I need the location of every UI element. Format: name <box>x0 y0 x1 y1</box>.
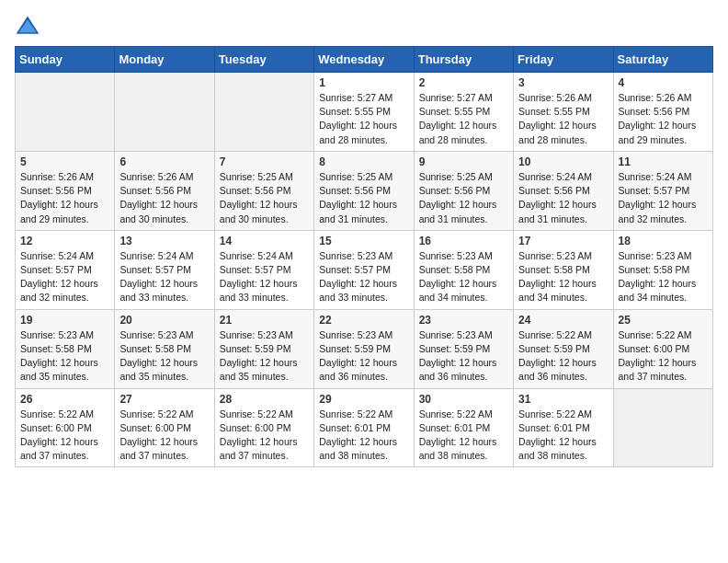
calendar-cell: 2Sunrise: 5:27 AM Sunset: 5:55 PM Daylig… <box>414 73 513 152</box>
weekday-header: Thursday <box>414 47 513 73</box>
day-number: 6 <box>119 155 209 168</box>
day-number: 2 <box>419 76 508 89</box>
calendar-cell: 29Sunrise: 5:22 AM Sunset: 6:01 PM Dayli… <box>314 388 414 467</box>
calendar-cell: 24Sunrise: 5:22 AM Sunset: 5:59 PM Dayli… <box>514 309 613 388</box>
weekday-header: Tuesday <box>214 47 313 73</box>
calendar-cell: 21Sunrise: 5:23 AM Sunset: 5:59 PM Dayli… <box>214 309 313 388</box>
day-info: Sunrise: 5:23 AM Sunset: 5:58 PM Dayligh… <box>518 249 608 305</box>
logo <box>15 15 44 35</box>
day-info: Sunrise: 5:23 AM Sunset: 5:58 PM Dayligh… <box>20 328 109 385</box>
day-number: 21 <box>220 314 309 327</box>
day-info: Sunrise: 5:26 AM Sunset: 5:55 PM Dayligh… <box>518 91 608 147</box>
calendar-cell: 16Sunrise: 5:23 AM Sunset: 5:58 PM Dayli… <box>414 230 513 309</box>
day-number: 24 <box>518 314 608 327</box>
calendar-cell: 25Sunrise: 5:22 AM Sunset: 6:00 PM Dayli… <box>613 309 712 388</box>
day-number: 9 <box>419 155 508 168</box>
day-number: 15 <box>319 235 408 247</box>
day-number: 16 <box>419 235 508 247</box>
day-info: Sunrise: 5:25 AM Sunset: 5:56 PM Dayligh… <box>319 170 408 226</box>
day-number: 14 <box>220 235 309 247</box>
day-info: Sunrise: 5:22 AM Sunset: 6:01 PM Dayligh… <box>319 408 408 464</box>
day-number: 12 <box>20 235 109 247</box>
calendar-cell: 10Sunrise: 5:24 AM Sunset: 5:56 PM Dayli… <box>514 151 613 230</box>
page-header <box>15 15 713 35</box>
day-info: Sunrise: 5:22 AM Sunset: 6:00 PM Dayligh… <box>619 328 708 385</box>
day-number: 10 <box>518 155 608 168</box>
day-info: Sunrise: 5:22 AM Sunset: 6:00 PM Dayligh… <box>119 408 209 464</box>
day-info: Sunrise: 5:27 AM Sunset: 5:55 PM Dayligh… <box>319 91 408 147</box>
day-number: 1 <box>319 76 408 89</box>
day-number: 11 <box>619 155 708 168</box>
calendar-cell: 20Sunrise: 5:23 AM Sunset: 5:58 PM Dayli… <box>115 309 214 388</box>
calendar-cell: 30Sunrise: 5:22 AM Sunset: 6:01 PM Dayli… <box>414 388 513 467</box>
day-info: Sunrise: 5:24 AM Sunset: 5:56 PM Dayligh… <box>518 170 608 226</box>
calendar-week-row: 1Sunrise: 5:27 AM Sunset: 5:55 PM Daylig… <box>16 73 713 152</box>
weekday-header: Friday <box>514 47 613 73</box>
day-number: 28 <box>220 393 309 406</box>
calendar-cell: 6Sunrise: 5:26 AM Sunset: 5:56 PM Daylig… <box>115 151 214 230</box>
calendar-cell: 19Sunrise: 5:23 AM Sunset: 5:58 PM Dayli… <box>16 309 115 388</box>
day-number: 20 <box>119 314 209 327</box>
weekday-header: Wednesday <box>314 47 414 73</box>
day-number: 26 <box>20 393 109 406</box>
logo-icon <box>15 15 40 35</box>
calendar-cell: 17Sunrise: 5:23 AM Sunset: 5:58 PM Dayli… <box>514 230 613 309</box>
weekday-header: Monday <box>115 47 214 73</box>
calendar-week-row: 19Sunrise: 5:23 AM Sunset: 5:58 PM Dayli… <box>16 309 713 388</box>
day-info: Sunrise: 5:25 AM Sunset: 5:56 PM Dayligh… <box>419 170 508 226</box>
calendar-cell: 3Sunrise: 5:26 AM Sunset: 5:55 PM Daylig… <box>514 73 613 152</box>
calendar-week-row: 5Sunrise: 5:26 AM Sunset: 5:56 PM Daylig… <box>16 151 713 230</box>
day-number: 29 <box>319 393 408 406</box>
calendar-cell: 23Sunrise: 5:23 AM Sunset: 5:59 PM Dayli… <box>414 309 513 388</box>
calendar-cell: 12Sunrise: 5:24 AM Sunset: 5:57 PM Dayli… <box>16 230 115 309</box>
calendar-table: SundayMondayTuesdayWednesdayThursdayFrid… <box>15 46 713 467</box>
day-number: 18 <box>619 235 708 247</box>
day-info: Sunrise: 5:26 AM Sunset: 5:56 PM Dayligh… <box>20 170 109 226</box>
day-info: Sunrise: 5:26 AM Sunset: 5:56 PM Dayligh… <box>119 170 209 226</box>
day-number: 31 <box>518 393 608 406</box>
calendar-cell: 18Sunrise: 5:23 AM Sunset: 5:58 PM Dayli… <box>613 230 712 309</box>
day-info: Sunrise: 5:23 AM Sunset: 5:58 PM Dayligh… <box>619 249 708 305</box>
calendar-cell: 7Sunrise: 5:25 AM Sunset: 5:56 PM Daylig… <box>214 151 313 230</box>
calendar-cell <box>214 73 313 152</box>
day-info: Sunrise: 5:22 AM Sunset: 6:00 PM Dayligh… <box>220 408 309 464</box>
calendar-cell: 22Sunrise: 5:23 AM Sunset: 5:59 PM Dayli… <box>314 309 414 388</box>
calendar-cell: 26Sunrise: 5:22 AM Sunset: 6:00 PM Dayli… <box>16 388 115 467</box>
day-info: Sunrise: 5:24 AM Sunset: 5:57 PM Dayligh… <box>220 249 309 305</box>
calendar-cell: 14Sunrise: 5:24 AM Sunset: 5:57 PM Dayli… <box>214 230 313 309</box>
day-number: 7 <box>220 155 309 168</box>
calendar-cell <box>613 388 712 467</box>
day-number: 23 <box>419 314 508 327</box>
day-info: Sunrise: 5:24 AM Sunset: 5:57 PM Dayligh… <box>20 249 109 305</box>
day-info: Sunrise: 5:22 AM Sunset: 6:00 PM Dayligh… <box>20 408 109 464</box>
calendar-week-row: 26Sunrise: 5:22 AM Sunset: 6:00 PM Dayli… <box>16 388 713 467</box>
calendar-header-row: SundayMondayTuesdayWednesdayThursdayFrid… <box>16 47 713 73</box>
day-number: 17 <box>518 235 608 247</box>
day-number: 27 <box>119 393 209 406</box>
calendar-cell: 27Sunrise: 5:22 AM Sunset: 6:00 PM Dayli… <box>115 388 214 467</box>
calendar-cell <box>115 73 214 152</box>
day-info: Sunrise: 5:24 AM Sunset: 5:57 PM Dayligh… <box>119 249 209 305</box>
day-number: 22 <box>319 314 408 327</box>
calendar-cell: 1Sunrise: 5:27 AM Sunset: 5:55 PM Daylig… <box>314 73 414 152</box>
calendar-cell: 4Sunrise: 5:26 AM Sunset: 5:56 PM Daylig… <box>613 73 712 152</box>
day-info: Sunrise: 5:23 AM Sunset: 5:59 PM Dayligh… <box>319 328 408 385</box>
calendar-cell: 15Sunrise: 5:23 AM Sunset: 5:57 PM Dayli… <box>314 230 414 309</box>
calendar-week-row: 12Sunrise: 5:24 AM Sunset: 5:57 PM Dayli… <box>16 230 713 309</box>
day-info: Sunrise: 5:23 AM Sunset: 5:59 PM Dayligh… <box>419 328 508 385</box>
day-info: Sunrise: 5:23 AM Sunset: 5:59 PM Dayligh… <box>220 328 309 385</box>
day-number: 3 <box>518 76 608 89</box>
calendar-cell: 28Sunrise: 5:22 AM Sunset: 6:00 PM Dayli… <box>214 388 313 467</box>
day-info: Sunrise: 5:24 AM Sunset: 5:57 PM Dayligh… <box>619 170 708 226</box>
day-info: Sunrise: 5:23 AM Sunset: 5:57 PM Dayligh… <box>319 249 408 305</box>
day-number: 13 <box>119 235 209 247</box>
calendar-cell: 13Sunrise: 5:24 AM Sunset: 5:57 PM Dayli… <box>115 230 214 309</box>
day-info: Sunrise: 5:22 AM Sunset: 6:01 PM Dayligh… <box>419 408 508 464</box>
day-number: 4 <box>619 76 708 89</box>
calendar-cell: 8Sunrise: 5:25 AM Sunset: 5:56 PM Daylig… <box>314 151 414 230</box>
calendar-cell: 5Sunrise: 5:26 AM Sunset: 5:56 PM Daylig… <box>16 151 115 230</box>
calendar-cell: 9Sunrise: 5:25 AM Sunset: 5:56 PM Daylig… <box>414 151 513 230</box>
day-number: 19 <box>20 314 109 327</box>
weekday-header: Sunday <box>16 47 115 73</box>
day-number: 5 <box>20 155 109 168</box>
